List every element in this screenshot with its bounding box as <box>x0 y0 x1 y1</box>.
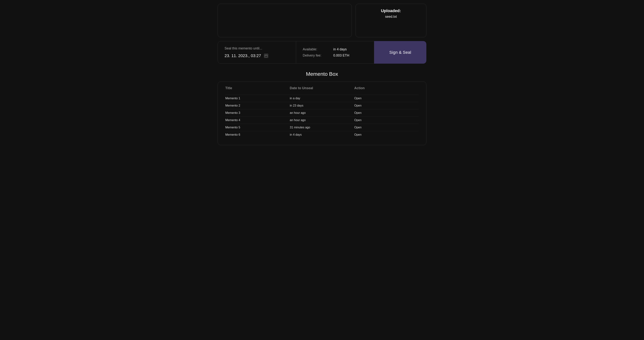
memento-box-title: Memento Box <box>218 71 426 77</box>
col-header-date: Date to Unseal <box>290 86 354 90</box>
cell-date: 31 minutes ago <box>290 126 354 129</box>
left-content-panel <box>218 4 352 37</box>
cell-date: in 4 days <box>290 133 354 136</box>
cell-date: an hour ago <box>290 118 354 122</box>
delivery-fee-row: Delivery fee: 0.003 ETH <box>303 54 368 58</box>
available-value: in 4 days <box>333 47 347 51</box>
calendar-icon[interactable] <box>264 54 268 58</box>
cell-title: Memento 4 <box>225 118 290 122</box>
cell-date: in a day <box>290 97 354 100</box>
cell-title: Memento 2 <box>225 104 290 107</box>
col-header-title: Title <box>225 86 290 90</box>
cell-date: in 23 days <box>290 104 354 107</box>
table-row: Memento 3an hour agoOpen <box>225 109 419 116</box>
cell-action-open[interactable]: Open <box>354 118 419 122</box>
cell-action-open[interactable]: Open <box>354 104 419 107</box>
cell-action-open[interactable]: Open <box>354 111 419 115</box>
table-header: Title Date to Unseal Action <box>225 86 419 93</box>
cell-date: an hour ago <box>290 111 354 115</box>
table-row: Memento 1in a dayOpen <box>225 95 419 102</box>
cell-action-open[interactable]: Open <box>354 133 419 136</box>
cell-title: Memento 3 <box>225 111 290 115</box>
table-row: Memento 4an hour agoOpen <box>225 116 419 124</box>
table-row: Memento 531 minutes agoOpen <box>225 124 419 131</box>
memento-table: Title Date to Unseal Action Memento 1in … <box>218 82 426 145</box>
page-container: Uploaded: seed.txt Seal this memento unt… <box>210 0 434 156</box>
top-panels: Uploaded: seed.txt <box>218 4 426 37</box>
available-row: Available: in 4 days <box>303 47 368 51</box>
seal-date-row: 23. 11. 2023., 03:27 <box>224 53 289 58</box>
cell-title: Memento 5 <box>225 126 290 129</box>
memento-box-section: Memento Box Title Date to Unseal Action … <box>218 71 426 145</box>
col-header-action: Action <box>354 86 419 90</box>
seal-panel: Seal this memento until... 23. 11. 2023.… <box>218 41 296 64</box>
table-body: Memento 1in a dayOpenMemento 2in 23 days… <box>225 95 419 138</box>
table-row: Memento 6in 4 daysOpen <box>225 131 419 138</box>
cell-title: Memento 6 <box>225 133 290 136</box>
delivery-fee-key: Delivery fee: <box>303 54 329 58</box>
seal-label: Seal this memento until... <box>224 47 289 50</box>
cell-action-open[interactable]: Open <box>354 97 419 100</box>
cell-action-open[interactable]: Open <box>354 126 419 129</box>
availability-panel: Available: in 4 days Delivery fee: 0.003… <box>296 41 374 64</box>
svg-rect-0 <box>265 55 267 57</box>
delivery-fee-value: 0.003 ETH <box>333 54 350 58</box>
sign-seal-button[interactable]: Sign & Seal <box>374 41 426 64</box>
uploaded-filename: seed.txt <box>385 15 397 19</box>
table-row: Memento 2in 23 daysOpen <box>225 102 419 109</box>
available-key: Available: <box>303 47 329 51</box>
middle-section: Seal this memento until... 23. 11. 2023.… <box>218 41 426 64</box>
uploaded-label: Uploaded: <box>381 9 401 13</box>
cell-title: Memento 1 <box>225 97 290 100</box>
uploaded-panel: Uploaded: seed.txt <box>356 4 426 37</box>
seal-date: 23. 11. 2023., 03:27 <box>224 53 261 58</box>
